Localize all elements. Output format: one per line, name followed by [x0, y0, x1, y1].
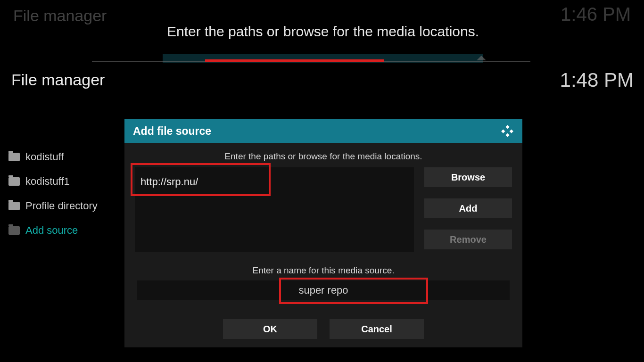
cancel-button[interactable]: Cancel	[330, 319, 424, 339]
sidebar-item-label: kodistuff	[25, 151, 64, 163]
page-title: File manager	[11, 71, 105, 89]
svg-rect-3	[505, 133, 509, 137]
add-button[interactable]: Add	[424, 198, 512, 218]
sidebar-item-kodistuff[interactable]: kodistuff	[8, 151, 98, 163]
add-file-source-dialog: Add file source Enter the paths or brows…	[124, 119, 522, 347]
dialog-instruction-paths: Enter the paths or browse for the media …	[135, 143, 512, 167]
dialog-instruction-name: Enter a name for this media source.	[135, 252, 512, 280]
browse-button[interactable]: Browse	[424, 167, 512, 187]
file-list: kodistuff kodistuff1 Profile directory A…	[8, 151, 98, 237]
sidebar-item-profile-directory[interactable]: Profile directory	[8, 200, 98, 212]
sidebar-item-label: Add source	[25, 224, 78, 237]
bg-instruction: Enter the paths or browse for the media …	[141, 24, 504, 40]
sidebar-item-add-source[interactable]: Add source	[8, 224, 98, 237]
bg-annotation-bar	[205, 59, 384, 62]
svg-rect-2	[510, 129, 513, 133]
path-list[interactable]: http://srp.nu/	[135, 167, 414, 252]
bg-page-title: File manager	[13, 7, 107, 25]
dialog-titlebar: Add file source	[124, 119, 522, 143]
remove-button: Remove	[424, 230, 512, 249]
folder-icon	[8, 202, 20, 210]
folder-icon	[8, 177, 20, 186]
sidebar-item-label: Profile directory	[25, 200, 98, 212]
bg-scroll-caret-icon	[477, 56, 486, 60]
svg-rect-0	[505, 125, 509, 129]
sidebar-item-label: kodistuff1	[25, 175, 70, 188]
dialog-title: Add file source	[133, 125, 211, 138]
ok-button[interactable]: OK	[223, 319, 317, 339]
sidebar-item-kodistuff1[interactable]: kodistuff1	[8, 175, 98, 188]
clock: 1:48 PM	[560, 69, 634, 91]
bg-clock: 1:46 PM	[561, 4, 631, 25]
svg-rect-1	[501, 129, 505, 133]
source-name-input[interactable]: super repo	[137, 280, 510, 300]
path-input[interactable]: http://srp.nu/	[135, 167, 414, 197]
folder-icon	[8, 226, 20, 235]
kodi-logo-icon	[501, 124, 514, 138]
folder-icon	[8, 153, 20, 161]
